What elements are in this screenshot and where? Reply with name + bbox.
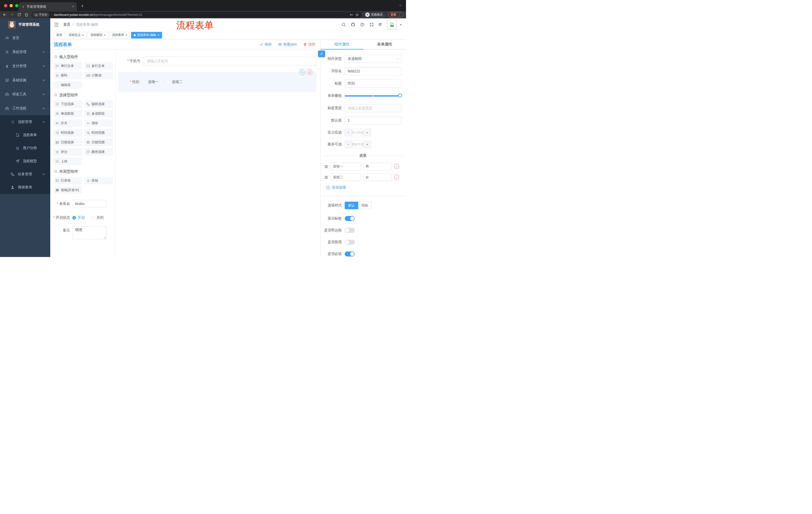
style-default-button[interactable]: 默认 [345,202,358,209]
browser-menu-dots-icon[interactable]: ⋮ [398,13,401,17]
palette-item-counter[interactable]: 123计数器 [84,72,113,79]
github-icon[interactable] [351,22,355,27]
avatar-caret-icon[interactable]: ▾ [400,23,402,26]
add-option-button[interactable]: + 添加选项 [326,185,402,190]
min-select-input[interactable]: 至少应选 [352,129,364,136]
duplicate-component-button[interactable] [299,70,305,75]
back-icon[interactable] [2,12,7,17]
window-zoom-button[interactable] [15,4,18,7]
tab-form-props[interactable]: 表单属性 [363,39,406,49]
font-size-icon[interactable]: tT [379,23,381,27]
max-select-input[interactable]: 最多可选 [352,141,364,148]
form-name-input[interactable] [72,200,107,208]
tag-close-icon[interactable]: ✕ [82,34,84,36]
address-bar[interactable]: 不安全 dashboard.yudao.iocoder.cn/bpm/manag… [32,12,361,18]
checkbox-option-1[interactable]: 选项一 [142,80,158,84]
tag-close-icon[interactable]: ✕ [125,34,127,36]
radio-open[interactable]: 开启 [72,216,85,220]
sidebar-item-leave-query[interactable]: 请假查询 [0,181,50,194]
stepper-decrease-button[interactable]: − [345,141,352,148]
palette-item-color-picker[interactable]: 颜色选择 [84,148,113,156]
palette-item-single-line-text[interactable]: 单行文本 [53,62,82,70]
default-value-input[interactable] [345,116,402,125]
user-avatar[interactable] [387,20,397,29]
sidebar-item-user-group[interactable]: 用户分组 [0,141,50,155]
style-button-button[interactable]: 按钮 [358,202,372,209]
palette-item-switch[interactable]: 开关 [53,119,82,127]
palette-item-editor[interactable]: 编辑器 [53,81,82,89]
stepper-increase-button[interactable]: + [364,141,371,148]
tab-search-chevron-icon[interactable] [399,4,402,7]
required-toggle[interactable] [345,251,355,256]
save-button[interactable]: 保存 [260,42,271,47]
remove-option-button[interactable]: − [394,175,399,180]
palette-item-checkbox-group[interactable]: 多选框组 [84,110,113,117]
field-name-input[interactable] [345,67,402,75]
help-icon[interactable] [360,22,365,27]
stepper-decrease-button[interactable]: − [345,129,352,136]
clear-button[interactable]: 清空 [303,42,315,47]
stepper-increase-button[interactable]: + [364,129,371,136]
canvas-phone-field[interactable]: 手机号 [116,57,316,65]
option-2-label-input[interactable] [330,173,361,181]
tag-close-icon[interactable]: ✕ [157,34,159,36]
palette-item-select[interactable]: 下拉选择 [53,100,82,108]
new-tab-button[interactable]: + [79,2,86,9]
palette-item-upload[interactable]: 上传 [53,158,82,165]
tab-component-props[interactable]: 组件属性 [321,39,363,49]
palette-item-date-picker[interactable]: 日期选择 [53,139,82,146]
radio-closed[interactable]: 关闭 [91,216,104,220]
tag-home[interactable]: 首页 [54,32,65,38]
browser-update-button[interactable]: 更新 ⋮ [388,12,404,17]
checkbox-option-2[interactable]: 选项二 [166,80,182,84]
breadcrumb-home[interactable]: 首页 [63,22,70,27]
palette-item-time-picker[interactable]: 时间选择 [53,129,82,137]
title-input[interactable] [345,79,402,87]
sidebar-item-workflow[interactable]: 工作流程 [0,101,50,115]
drag-handle-icon[interactable] [324,164,328,169]
remove-option-button[interactable]: − [394,164,399,169]
palette-item-radio-group[interactable]: 单选框组 [53,110,82,117]
password-key-icon[interactable] [349,13,353,17]
tag-process-model[interactable]: 流程模型✕ [88,32,108,38]
checkbox-unchecked-icon[interactable] [166,80,170,84]
window-close-button[interactable] [4,4,7,7]
fullscreen-icon[interactable] [369,22,374,27]
sidebar-item-home[interactable]: 首页 [0,31,50,45]
delete-component-button[interactable] [307,70,312,75]
palette-item-multi-line-text[interactable]: 多行文本 [84,62,113,70]
tag-process-form-edit[interactable]: 流程表单-编辑✕ [131,32,162,38]
forward-icon[interactable] [10,12,14,17]
sidebar-item-payment-mgmt[interactable]: ¥ 支付管理 [0,59,50,73]
grid-slider[interactable] [345,92,402,100]
search-icon[interactable] [342,22,346,27]
palette-item-rate[interactable]: 评分 [53,148,82,156]
tag-process-form[interactable]: 流程表单✕ [110,32,130,38]
palette-item-time-range[interactable]: 时间范围 [84,129,113,137]
phone-input[interactable] [143,57,316,65]
disabled-toggle[interactable] [345,240,355,245]
home-icon[interactable] [24,12,29,17]
show-label-toggle[interactable] [345,216,355,221]
sidebar-item-process-model[interactable]: 流程模型 [0,155,50,168]
field-bind-link-tag[interactable] [318,51,325,57]
label-width-input[interactable] [345,104,402,112]
sidebar-item-process-mgmt[interactable]: 流程管理 [0,115,50,129]
palette-item-table[interactable]: 表格[开发中] [53,186,82,194]
sidebar-item-dev-tools[interactable]: 研发工具 [0,87,50,101]
sidebar-logo[interactable]: 芋道管理系统 [0,18,50,31]
option-2-value-input[interactable] [363,173,392,181]
tag-process-definition[interactable]: 流程定义✕ [66,32,86,38]
sidebar-item-system-mgmt[interactable]: 系统管理 [0,45,50,59]
drag-handle-icon[interactable] [324,175,328,180]
border-toggle[interactable] [345,228,355,233]
checkbox-unchecked-icon[interactable] [142,80,146,84]
form-remark-textarea[interactable]: 嘿嘿 [72,226,107,239]
sidebar-collapse-icon[interactable] [54,22,59,27]
palette-item-button[interactable]: 按钮 [84,177,113,184]
resize-grip-icon[interactable] [104,236,106,239]
sidebar-item-process-form[interactable]: 流程表单 [0,129,50,141]
sidebar-item-task-mgmt[interactable]: 任务管理 [0,168,50,181]
sidebar-item-infrastructure[interactable]: 基础设施 [0,73,50,87]
tab-close-icon[interactable]: ✕ [72,5,75,8]
